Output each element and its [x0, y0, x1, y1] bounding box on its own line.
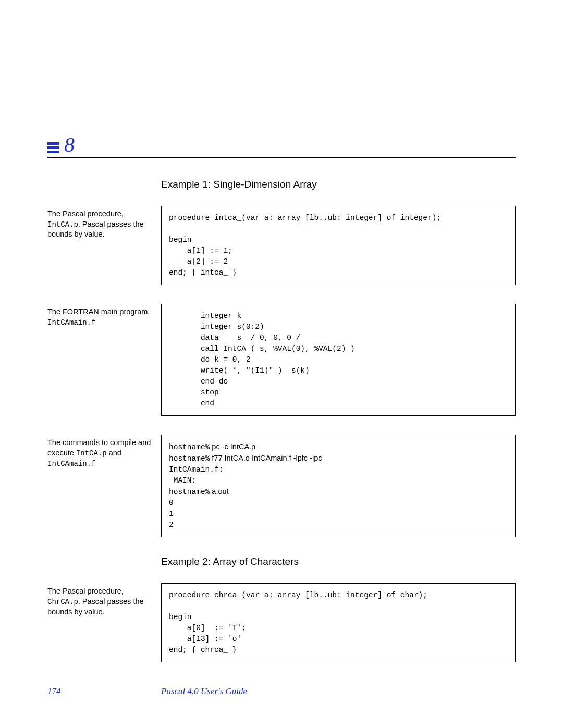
cmd: f77 IntCA.o IntCAmain.f -lpfc -lpc [210, 454, 322, 462]
output: 1 [169, 510, 174, 518]
chapter-number: 8 [64, 134, 75, 155]
note-filename: ChrCA.p [47, 598, 78, 606]
prompt: hostname% [169, 443, 210, 451]
note-filename: IntCA.p [76, 449, 107, 458]
output: 0 [169, 499, 174, 507]
note-text: . Pascal passes the [78, 597, 144, 606]
example1-heading: Example 1: Single-Dimension Array [161, 179, 516, 190]
example1-block1-code: procedure intca_(var a: array [lb..ub: i… [161, 206, 516, 285]
page-number: 174 [47, 686, 161, 697]
example2-heading: Example 2: Array of Characters [161, 556, 516, 567]
note-text: The commands to compile and [47, 438, 151, 447]
page-footer: 174 Pascal 4.0 User's Guide [47, 686, 516, 697]
prompt: hostname% [169, 488, 210, 496]
example1-block2-code: integer k integer s(0:2) data s / 0, 0, … [161, 304, 516, 416]
note-filename: IntCAmain.f [47, 460, 95, 468]
cmd: pc -c IntCA.p [210, 442, 255, 451]
example2-block1-note: The Pascal procedure, ChrCA.p. Pascal pa… [47, 583, 154, 617]
example1-block2: The FORTRAN main program, IntCAmain.f in… [47, 304, 516, 416]
note-text: execute [47, 449, 76, 457]
output: MAIN: [169, 476, 196, 485]
example1-block3-note: The commands to compile and execute IntC… [47, 435, 154, 468]
note-text: The Pascal procedure, [47, 587, 124, 595]
note-text: bounds by value. [47, 230, 105, 238]
note-filename: IntCA.p [47, 220, 78, 229]
example2-block1: The Pascal procedure, ChrCA.p. Pascal pa… [47, 583, 516, 662]
chapter-icon [47, 142, 59, 153]
prompt: hostname% [169, 454, 210, 463]
note-text: . Pascal passes the [78, 220, 144, 228]
chapter-header: 8 [47, 134, 516, 158]
output: IntCAmain.f: [169, 465, 223, 474]
example2-block1-code: procedure chrca_(var a: array [lb..ub: i… [161, 583, 516, 662]
note-text: The Pascal procedure, [47, 209, 124, 218]
example1-block1: The Pascal procedure, IntCA.p. Pascal pa… [47, 206, 516, 285]
example1-block1-note: The Pascal procedure, IntCA.p. Pascal pa… [47, 206, 154, 240]
note-filename: IntCAmain.f [47, 318, 95, 327]
guide-title: Pascal 4.0 User's Guide [161, 686, 247, 697]
example1-block3: The commands to compile and execute IntC… [47, 435, 516, 537]
note-text: bounds by value. [47, 608, 105, 616]
example1-block3-code: hostname% pc -c IntCA.p hostname% f77 In… [161, 435, 516, 537]
cmd: a.out [210, 487, 228, 496]
note-text: and [107, 449, 121, 457]
example1-block2-note: The FORTRAN main program, IntCAmain.f [47, 304, 154, 327]
note-text: The FORTRAN main program, [47, 307, 150, 316]
output: 2 [169, 521, 174, 529]
